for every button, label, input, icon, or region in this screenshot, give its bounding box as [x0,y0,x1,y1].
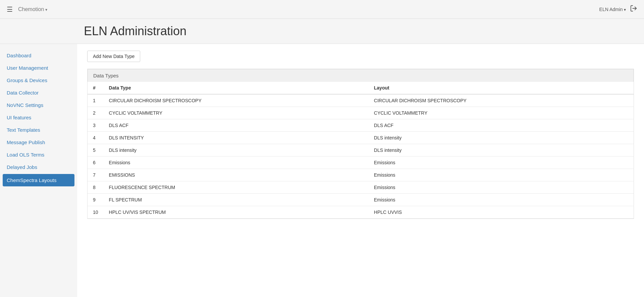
cell-layout: CIRCULAR DICHROISM SPECTROSCOPY [369,94,634,107]
cell-data-type: FLUORESCENCE SPECTRUM [104,181,369,194]
section-title: Data Types [88,69,634,82]
cell-num: 4 [88,132,104,144]
col-header-num: # [88,82,104,94]
cell-num: 6 [88,157,104,169]
topbar: ☰ Chemotion ELN Admin [0,0,644,19]
cell-layout: CYCLIC VOLTAMMETRY [369,107,634,119]
col-header-layout: Layout [369,82,634,94]
sidebar-item-novnc-settings[interactable]: NoVNC Settings [0,99,77,111]
main-content: Add New Data Type Data Types # Data Type… [77,44,644,297]
table-header-row: # Data Type Layout [88,82,634,94]
cell-layout: DLS intensity [369,132,634,144]
add-new-data-type-button[interactable]: Add New Data Type [87,51,140,62]
sidebar-item-text-templates[interactable]: Text Templates [0,124,77,136]
page-title-bar: ELN Administration [0,19,644,44]
cell-num: 2 [88,107,104,119]
cell-layout: DLS intensity [369,144,634,157]
sidebar-item-groups-devices[interactable]: Groups & Devices [0,74,77,86]
cell-data-type: DLS INTENSITY [104,132,369,144]
cell-data-type: CIRCULAR DICHROISM SPECTROSCOPY [104,94,369,107]
cell-layout: Emissions [369,181,634,194]
cell-num: 10 [88,206,104,219]
table-row: 1 CIRCULAR DICHROISM SPECTROSCOPY CIRCUL… [88,94,634,107]
cell-num: 7 [88,169,104,181]
cell-num: 3 [88,119,104,132]
cell-num: 5 [88,144,104,157]
brand-name[interactable]: Chemotion [18,6,47,12]
table-row: 3 DLS ACF DLS ACF [88,119,634,132]
cell-layout: DLS ACF [369,119,634,132]
sidebar-item-delayed-jobs[interactable]: Delayed Jobs [0,161,77,173]
hamburger-icon[interactable]: ☰ [7,5,13,13]
logout-icon[interactable] [630,5,637,14]
table-row: 6 Emissions Emissions [88,157,634,169]
cell-data-type: HPLC UV/VIS SPECTRUM [104,206,369,219]
cell-num: 9 [88,194,104,206]
cell-num: 8 [88,181,104,194]
sidebar: Dashboard User Management Groups & Devic… [0,44,77,297]
sidebar-item-ui-features[interactable]: UI features [0,111,77,124]
cell-layout: HPLC UVVIS [369,206,634,219]
table-row: 8 FLUORESCENCE SPECTRUM Emissions [88,181,634,194]
data-types-table: # Data Type Layout 1 CIRCULAR DICHROISM … [88,82,634,219]
sidebar-item-load-ols-terms[interactable]: Load OLS Terms [0,148,77,161]
table-row: 10 HPLC UV/VIS SPECTRUM HPLC UVVIS [88,206,634,219]
cell-data-type: Emissions [104,157,369,169]
col-header-data-type: Data Type [104,82,369,94]
sidebar-item-data-collector[interactable]: Data Collector [0,86,77,99]
sidebar-item-message-publish[interactable]: Message Publish [0,136,77,148]
cell-data-type: EMISSIONS [104,169,369,181]
cell-data-type: FL SPECTRUM [104,194,369,206]
sidebar-item-chemspectra-layouts[interactable]: ChemSpectra Layouts [3,174,74,186]
admin-user-menu[interactable]: ELN Admin [599,7,626,12]
sidebar-item-dashboard[interactable]: Dashboard [0,49,77,62]
table-row: 5 DLS intensity DLS intensity [88,144,634,157]
cell-data-type: DLS intensity [104,144,369,157]
table-row: 4 DLS INTENSITY DLS intensity [88,132,634,144]
cell-layout: Emissions [369,157,634,169]
cell-layout: Emissions [369,169,634,181]
main-layout: Dashboard User Management Groups & Devic… [0,44,644,297]
table-row: 9 FL SPECTRUM Emissions [88,194,634,206]
sidebar-item-user-management[interactable]: User Management [0,62,77,74]
cell-data-type: DLS ACF [104,119,369,132]
topbar-left: ☰ Chemotion [7,5,47,13]
cell-data-type: CYCLIC VOLTAMMETRY [104,107,369,119]
page-title: ELN Administration [84,24,637,38]
table-row: 7 EMISSIONS Emissions [88,169,634,181]
topbar-right: ELN Admin [599,5,637,14]
cell-num: 1 [88,94,104,107]
table-row: 2 CYCLIC VOLTAMMETRY CYCLIC VOLTAMMETRY [88,107,634,119]
cell-layout: Emissions [369,194,634,206]
data-types-section: Data Types # Data Type Layout 1 CIRCULAR… [87,69,634,219]
